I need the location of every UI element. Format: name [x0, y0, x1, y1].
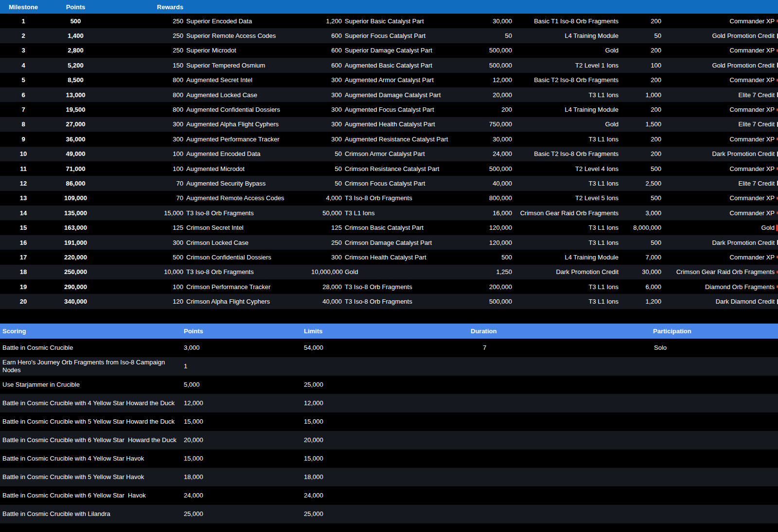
milestone-points-cell: 290,000 [47, 279, 105, 294]
reward4-name: Gold Promotion Credit [712, 32, 775, 39]
reward3-name-cell: T3 L1 Ions [512, 220, 619, 235]
scoring-description-cell: Battle in Cosmic Crucible with Lilandra [0, 505, 182, 523]
reward4-name: Dark Diamond Credit [716, 298, 775, 305]
reward2-qty-cell: 50 [311, 161, 342, 176]
reward2-name-cell: Augmented Armor Catalyst Part [342, 73, 484, 87]
reward3-qty-cell: 200 [484, 102, 512, 117]
reward4-name: Elite 7 Credit [739, 120, 775, 128]
milestone-row: 20 340,000 120 Crimson Alpha Flight Cyph… [0, 294, 778, 309]
reward2-qty-cell: 300 [311, 87, 342, 102]
milestone-row: 14 135,000 15,000 T3 Iso-8 Orb Fragments… [0, 206, 778, 220]
reward3-qty-cell: 120,000 [484, 220, 512, 235]
reward4-name-cell: Commander XP [661, 102, 778, 117]
milestone-number-cell: 1 [0, 14, 47, 28]
scoring-participation-cell [652, 431, 778, 449]
reward3-name-cell: T3 L1 Ions [512, 279, 619, 294]
reward3-qty-cell: 50 [484, 28, 512, 43]
reward1-qty-cell: 800 [105, 102, 183, 117]
reward1-name-cell: Augmented Confidential Dossiers [183, 102, 311, 117]
reward4-name-cell: Diamond Orb Fragments [661, 279, 778, 294]
reward3-name-cell: Gold [512, 43, 619, 58]
reward3-qty-cell: 120,000 [484, 235, 512, 250]
reward4-name: Gold Promotion Credit [712, 62, 775, 69]
reward4-name-cell: Gold Promotion Credit [661, 28, 778, 43]
milestone-row: 12 86,000 70 Augmented Security Bypass 5… [0, 176, 778, 190]
reward2-qty-cell: 50 [311, 176, 342, 190]
milestone-row: 5 8,500 800 Augmented Secret Intel 300 A… [0, 73, 778, 87]
reward4-name: Commander XP [730, 136, 775, 143]
scoring-points-cell: 15,000 [182, 449, 302, 468]
reward4-name: Crimson Gear Raid Orb Fragments [676, 268, 775, 275]
reward4-name: Commander XP [730, 17, 775, 25]
reward2-qty-cell: 600 [311, 43, 342, 58]
scoring-points-cell: 15,000 [182, 412, 302, 431]
reward4-qty-cell: 50 [619, 28, 661, 43]
reward2-qty-cell: 600 [311, 28, 342, 43]
empty-header [484, 0, 512, 14]
reward2-name-cell: T3 Iso-8 Orb Fragments [342, 279, 484, 294]
scoring-row: Battle in Cosmic Crucible with 5 Yellow … [0, 468, 778, 486]
milestone-points-cell: 19,500 [47, 102, 105, 117]
reward4-qty-cell: 200 [619, 14, 661, 28]
scoring-points-cell: 1 [182, 357, 302, 376]
scoring-duration-cell [462, 376, 652, 394]
scoring-row: Earn Hero's Journey Orb Fragments from I… [0, 357, 778, 376]
reward1-name-cell: Augmented Locked Case [183, 87, 311, 102]
milestone-number-cell: 19 [0, 279, 47, 294]
reward3-qty-cell: 800,000 [484, 191, 512, 206]
reward4-qty-cell: 200 [619, 132, 661, 146]
reward2-name-cell: Crimson Focus Catalyst Part [342, 176, 484, 190]
reward2-name-cell: Crimson Basic Catalyst Part [342, 220, 484, 235]
reward2-name-cell: Augmented Resistance Catalyst Part [342, 132, 484, 146]
reward1-name-cell: Superior Tempered Osmium [183, 58, 311, 72]
milestone-number-cell: 10 [0, 147, 47, 161]
reward3-name-cell: Dark Promotion Credit [512, 265, 619, 279]
reward3-qty-cell: 30,000 [484, 132, 512, 146]
reward2-qty-cell: 50,000 [311, 206, 342, 220]
reward2-name-cell: Augmented Basic Catalyst Part [342, 58, 484, 72]
reward2-qty-cell: 4,000 [311, 191, 342, 206]
reward2-name-cell: T3 Iso-8 Orb Fragments [342, 191, 484, 206]
empty-header [661, 0, 778, 14]
scoring-limits-cell: 25,000 [302, 505, 462, 523]
reward4-qty-cell: 500 [619, 191, 661, 206]
scoring-limits-cell [302, 357, 462, 376]
milestone-points-cell: 86,000 [47, 176, 105, 190]
reward3-qty-cell: 30,000 [484, 14, 512, 28]
reward1-name-cell: Superior Encoded Data [183, 14, 311, 28]
reward3-name-cell: Crimson Gear Raid Orb Fragments [512, 206, 619, 220]
milestone-points-cell: 36,000 [47, 132, 105, 146]
reward1-name-cell: T3 Iso-8 Orb Fragments [183, 206, 311, 220]
reward1-name-cell: Augmented Security Bypass [183, 176, 311, 190]
empty-header [342, 0, 484, 14]
reward4-name: Dark Promotion Credit [712, 239, 775, 246]
milestone-row: 11 71,000 100 Augmented Microdot 50 Crim… [0, 161, 778, 176]
scoring-duration-cell [462, 431, 652, 449]
scoring-row: Use Starjammer in Crucible 5,000 25,000 [0, 376, 778, 394]
scoring-participation-cell: Solo [652, 339, 778, 357]
scoring-column-header: Scoring [0, 324, 182, 339]
scoring-description: Battle in Cosmic Crucible with 6 Yellow … [2, 492, 146, 499]
reward4-name-cell: Elite 7 Credit [661, 87, 778, 102]
milestone-row: 2 1,400 250 Superior Remote Access Codes… [0, 28, 778, 43]
reward4-name: Dark Promotion Credit [712, 150, 775, 157]
milestone-row: 7 19,500 800 Augmented Confidential Doss… [0, 102, 778, 117]
reward2-qty-cell: 600 [311, 58, 342, 72]
milestone-number-cell: 7 [0, 102, 47, 117]
reward4-qty-cell: 3,000 [619, 206, 661, 220]
milestone-number-cell: 9 [0, 132, 47, 146]
reward4-name-cell: Gold Promotion Credit [661, 58, 778, 72]
reward3-qty-cell: 20,000 [484, 87, 512, 102]
reward1-name-cell: Augmented Microdot [183, 161, 311, 176]
reward1-name-cell: Augmented Alpha Flight Cyphers [183, 117, 311, 132]
empty-header [619, 0, 661, 14]
reward4-name: Elite 7 Credit [739, 91, 775, 99]
reward3-name-cell: Basic T1 Iso-8 Orb Fragments [512, 14, 619, 28]
reward3-qty-cell: 12,000 [484, 73, 512, 87]
reward4-name-cell: Commander XP [661, 191, 778, 206]
reward3-name-cell: T2 Level 4 Ions [512, 161, 619, 176]
reward4-name-cell: Commander XP [661, 206, 778, 220]
scoring-description: Battle in Cosmic Crucible [2, 344, 73, 351]
scoring-points-cell: 20,000 [182, 431, 302, 449]
milestone-row: 1 500 250 Superior Encoded Data 1,200 Su… [0, 14, 778, 28]
